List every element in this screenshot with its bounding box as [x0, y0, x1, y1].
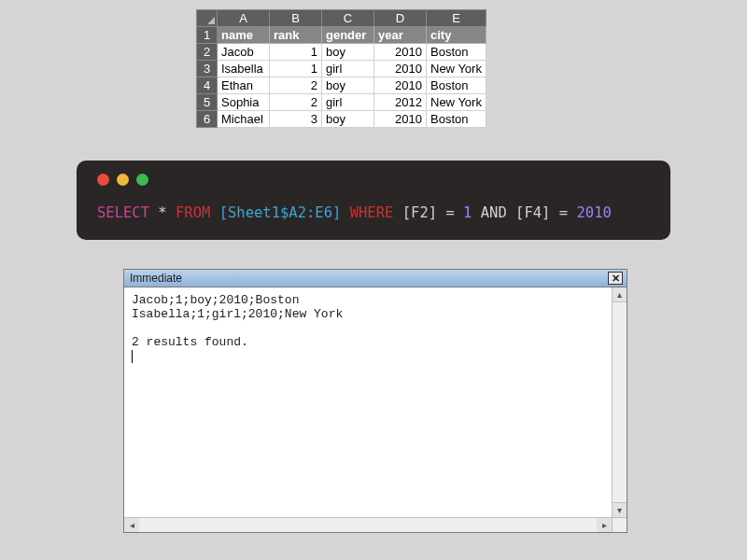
immediate-output[interactable]: Jacob;1;boy;2010;Boston Isabella;1;girl;…	[124, 287, 612, 517]
cell[interactable]: Michael	[218, 111, 270, 128]
maximize-dot-icon[interactable]	[136, 174, 148, 186]
cell[interactable]: 1	[270, 61, 322, 77]
op-eq: =	[559, 204, 568, 221]
cell[interactable]: New York	[427, 94, 486, 111]
keyword-select: SELECT	[97, 204, 149, 221]
row-header[interactable]: 4	[197, 77, 218, 94]
cell[interactable]: New York	[427, 61, 486, 77]
cell[interactable]: Sophia	[218, 94, 270, 111]
cell[interactable]: year	[374, 27, 427, 44]
col-header[interactable]: C	[322, 10, 374, 27]
text-cursor-icon	[132, 350, 133, 363]
close-dot-icon[interactable]	[97, 174, 109, 186]
col-header[interactable]: D	[374, 10, 427, 27]
col-header[interactable]: A	[218, 10, 270, 27]
col-header[interactable]: B	[270, 10, 322, 27]
cell[interactable]: 2	[270, 94, 322, 111]
minimize-dot-icon[interactable]	[117, 174, 129, 186]
keyword-and: AND	[481, 204, 507, 221]
cell[interactable]: Jacob	[218, 44, 270, 61]
row-header[interactable]: 6	[197, 111, 218, 128]
cell[interactable]: name	[218, 27, 270, 44]
sql-query: SELECT * FROM [Sheet1$A2:E6] WHERE [F2] …	[97, 203, 650, 223]
col-header[interactable]: E	[427, 10, 486, 27]
literal-num: 2010	[576, 204, 611, 221]
scroll-left-icon[interactable]: ◂	[124, 518, 139, 532]
cell[interactable]: boy	[322, 111, 374, 128]
scrollbar-corner	[612, 517, 627, 532]
cell[interactable]: 1	[270, 44, 322, 61]
spreadsheet-grid[interactable]: A B C D E 1 name rank gender year city 2…	[196, 9, 486, 128]
cell[interactable]: Ethan	[218, 77, 270, 94]
op-eq: =	[445, 204, 454, 221]
cell[interactable]: 3	[270, 111, 322, 128]
row-header[interactable]: 2	[197, 44, 218, 61]
output-line: Jacob;1;boy;2010;Boston	[132, 293, 299, 307]
range-ref: [Sheet1$A2:E6]	[219, 204, 342, 221]
window-controls	[97, 174, 650, 186]
cell[interactable]: girl	[322, 61, 374, 77]
select-all-corner[interactable]	[197, 10, 218, 27]
cell[interactable]: 2010	[374, 77, 427, 94]
scroll-up-icon[interactable]: ▴	[613, 287, 627, 302]
cell[interactable]: city	[427, 27, 486, 44]
immediate-window: Immediate ✕ Jacob;1;boy;2010;Boston Isab…	[123, 269, 627, 533]
scroll-right-icon[interactable]: ▸	[597, 518, 612, 532]
code-terminal: SELECT * FROM [Sheet1$A2:E6] WHERE [F2] …	[77, 161, 670, 240]
literal-num: 1	[463, 204, 472, 221]
cell[interactable]: 2	[270, 77, 322, 94]
keyword-where: WHERE	[350, 204, 394, 221]
cell[interactable]: rank	[270, 27, 322, 44]
close-icon: ✕	[612, 273, 620, 284]
cell[interactable]: boy	[322, 44, 374, 61]
immediate-title-label: Immediate	[130, 272, 182, 285]
cell[interactable]: boy	[322, 77, 374, 94]
row-header[interactable]: 5	[197, 94, 218, 111]
row-header[interactable]: 1	[197, 27, 218, 44]
cell[interactable]: Boston	[427, 77, 486, 94]
close-button[interactable]: ✕	[608, 272, 623, 285]
cell[interactable]: 2010	[374, 111, 427, 128]
cell[interactable]: Boston	[427, 44, 486, 61]
cell[interactable]: 2010	[374, 44, 427, 61]
field-ref: [F4]	[515, 204, 550, 221]
output-line: 2 results found.	[132, 335, 248, 349]
field-ref: [F2]	[402, 204, 437, 221]
cell[interactable]: Isabella	[218, 61, 270, 77]
cell[interactable]: Boston	[427, 111, 486, 128]
cell[interactable]: 2012	[374, 94, 427, 111]
cell[interactable]: gender	[322, 27, 374, 44]
star: *	[158, 204, 166, 221]
vertical-scrollbar[interactable]: ▴ ▾	[612, 287, 627, 517]
cell[interactable]: 2010	[374, 61, 427, 77]
cell[interactable]: girl	[322, 94, 374, 111]
output-line: Isabella;1;girl;2010;New York	[132, 307, 343, 321]
horizontal-scrollbar[interactable]: ◂ ▸	[124, 517, 612, 532]
keyword-from: FROM	[176, 204, 210, 221]
immediate-titlebar[interactable]: Immediate ✕	[124, 270, 627, 287]
scroll-down-icon[interactable]: ▾	[613, 502, 627, 517]
row-header[interactable]: 3	[197, 61, 218, 77]
